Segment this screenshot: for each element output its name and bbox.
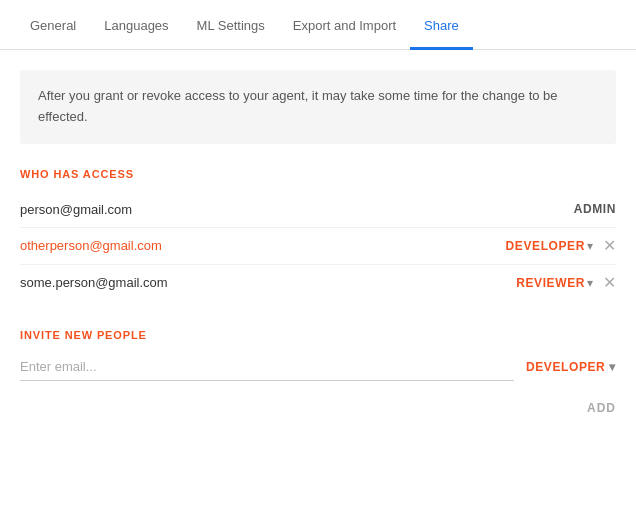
access-email: some.person@gmail.com: [20, 275, 168, 290]
access-email: person@gmail.com: [20, 202, 132, 217]
table-row: some.person@gmail.com REVIEWER ▾ ✕: [20, 265, 616, 301]
tab-export-import[interactable]: Export and Import: [279, 0, 410, 50]
add-button[interactable]: ADD: [587, 397, 616, 419]
role-dropdown[interactable]: DEVELOPER ▾: [506, 239, 593, 253]
info-banner: After you grant or revoke access to your…: [20, 70, 616, 144]
main-content: After you grant or revoke access to your…: [0, 50, 636, 439]
role-dropdown[interactable]: REVIEWER ▾: [516, 276, 593, 290]
access-email: otherperson@gmail.com: [20, 238, 162, 253]
invite-row: DEVELOPER ▾: [20, 353, 616, 381]
access-right: ADMIN: [574, 202, 616, 216]
access-list: person@gmail.com ADMIN otherperson@gmail…: [20, 192, 616, 301]
invite-role-dropdown[interactable]: DEVELOPER ▾: [526, 360, 616, 374]
table-row: person@gmail.com ADMIN: [20, 192, 616, 228]
tab-general[interactable]: General: [16, 0, 90, 50]
chevron-down-icon[interactable]: ▾: [587, 239, 593, 253]
access-right: DEVELOPER ▾ ✕: [506, 238, 616, 254]
table-row: otherperson@gmail.com DEVELOPER ▾ ✕: [20, 228, 616, 265]
tab-ml-settings[interactable]: ML Settings: [183, 0, 279, 50]
tab-bar: General Languages ML Settings Export and…: [0, 0, 636, 50]
role-badge: ADMIN: [574, 202, 616, 216]
tab-languages[interactable]: Languages: [90, 0, 182, 50]
access-right: REVIEWER ▾ ✕: [516, 275, 616, 291]
remove-access-icon[interactable]: ✕: [603, 275, 616, 291]
tab-share[interactable]: Share: [410, 0, 473, 50]
invite-role-label: DEVELOPER: [526, 360, 605, 374]
invite-label: INVITE NEW PEOPLE: [20, 329, 616, 341]
who-has-access-label: WHO HAS ACCESS: [20, 168, 616, 180]
email-input[interactable]: [20, 353, 514, 381]
role-badge: DEVELOPER: [506, 239, 585, 253]
remove-access-icon[interactable]: ✕: [603, 238, 616, 254]
role-badge: REVIEWER: [516, 276, 585, 290]
add-row: ADD: [20, 397, 616, 419]
invite-section: INVITE NEW PEOPLE DEVELOPER ▾: [20, 329, 616, 381]
chevron-down-icon[interactable]: ▾: [609, 360, 616, 374]
chevron-down-icon[interactable]: ▾: [587, 276, 593, 290]
